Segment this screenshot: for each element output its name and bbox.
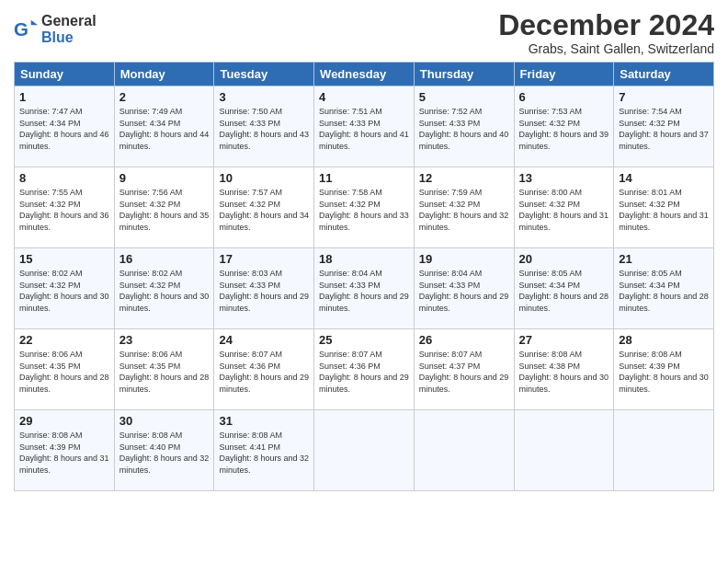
day-number: 16	[119, 252, 210, 266]
calendar-day-cell: 2Sunrise: 7:49 AMSunset: 4:34 PMDaylight…	[114, 86, 214, 167]
calendar-day-cell: 31Sunrise: 8:08 AMSunset: 4:41 PMDayligh…	[214, 410, 314, 491]
calendar-day-cell: 23Sunrise: 8:06 AMSunset: 4:35 PMDayligh…	[114, 329, 214, 410]
calendar-day-cell: 29Sunrise: 8:08 AMSunset: 4:39 PMDayligh…	[15, 410, 115, 491]
day-number: 22	[19, 333, 109, 347]
calendar-day-cell: 17Sunrise: 8:03 AMSunset: 4:33 PMDayligh…	[214, 248, 314, 329]
header: G General Blue December 2024 Grabs, Sain…	[14, 9, 714, 56]
day-detail: Sunrise: 7:52 AMSunset: 4:33 PMDaylight:…	[419, 107, 509, 151]
day-detail: Sunrise: 7:47 AMSunset: 4:34 PMDaylight:…	[19, 107, 109, 151]
calendar-day-cell: 15Sunrise: 8:02 AMSunset: 4:32 PMDayligh…	[15, 248, 115, 329]
calendar-day-cell	[514, 410, 614, 491]
day-number: 11	[319, 171, 409, 185]
day-number: 18	[319, 252, 409, 266]
day-number: 24	[219, 333, 309, 347]
weekday-header-cell: Wednesday	[314, 63, 415, 86]
day-detail: Sunrise: 8:06 AMSunset: 4:35 PMDaylight:…	[19, 350, 109, 394]
weekday-header-row: SundayMondayTuesdayWednesdayThursdayFrid…	[15, 63, 714, 86]
calendar-day-cell: 4Sunrise: 7:51 AMSunset: 4:33 PMDaylight…	[314, 86, 415, 167]
calendar-day-cell: 27Sunrise: 8:08 AMSunset: 4:38 PMDayligh…	[514, 329, 614, 410]
logo-general-label: General	[41, 13, 97, 29]
day-number: 19	[419, 252, 509, 266]
location-subtitle: Grabs, Saint Gallen, Switzerland	[498, 41, 714, 56]
day-detail: Sunrise: 8:07 AMSunset: 4:37 PMDaylight:…	[419, 350, 509, 394]
day-detail: Sunrise: 8:08 AMSunset: 4:39 PMDaylight:…	[619, 350, 709, 394]
svg-marker-1	[31, 19, 38, 25]
logo: G General Blue	[14, 13, 97, 45]
calendar-day-cell: 10Sunrise: 7:57 AMSunset: 4:32 PMDayligh…	[214, 167, 314, 248]
day-detail: Sunrise: 7:56 AMSunset: 4:32 PMDaylight:…	[119, 188, 210, 232]
month-title: December 2024	[498, 9, 714, 41]
calendar-week-row: 29Sunrise: 8:08 AMSunset: 4:39 PMDayligh…	[15, 410, 714, 491]
day-detail: Sunrise: 7:51 AMSunset: 4:33 PMDaylight:…	[319, 107, 409, 151]
day-number: 6	[519, 90, 609, 104]
calendar-day-cell: 7Sunrise: 7:54 AMSunset: 4:32 PMDaylight…	[614, 86, 714, 167]
day-detail: Sunrise: 8:01 AMSunset: 4:32 PMDaylight:…	[619, 188, 709, 232]
calendar-day-cell: 6Sunrise: 7:53 AMSunset: 4:32 PMDaylight…	[514, 86, 614, 167]
calendar-week-row: 15Sunrise: 8:02 AMSunset: 4:32 PMDayligh…	[15, 248, 714, 329]
weekday-header-cell: Monday	[114, 63, 214, 86]
day-number: 4	[319, 90, 409, 104]
day-detail: Sunrise: 7:54 AMSunset: 4:32 PMDaylight:…	[619, 107, 709, 151]
calendar-day-cell: 8Sunrise: 7:55 AMSunset: 4:32 PMDaylight…	[15, 167, 115, 248]
day-detail: Sunrise: 7:53 AMSunset: 4:32 PMDaylight:…	[519, 107, 609, 151]
day-number: 28	[619, 333, 709, 347]
weekday-header-cell: Saturday	[614, 63, 714, 86]
calendar-day-cell: 14Sunrise: 8:01 AMSunset: 4:32 PMDayligh…	[614, 167, 714, 248]
day-number: 10	[219, 171, 309, 185]
day-detail: Sunrise: 7:49 AMSunset: 4:34 PMDaylight:…	[119, 107, 210, 151]
day-number: 1	[19, 90, 109, 104]
calendar-table: SundayMondayTuesdayWednesdayThursdayFrid…	[14, 62, 714, 491]
day-number: 21	[619, 252, 709, 266]
calendar-day-cell: 22Sunrise: 8:06 AMSunset: 4:35 PMDayligh…	[15, 329, 115, 410]
day-detail: Sunrise: 7:50 AMSunset: 4:33 PMDaylight:…	[219, 107, 309, 151]
calendar-week-row: 22Sunrise: 8:06 AMSunset: 4:35 PMDayligh…	[15, 329, 714, 410]
calendar-day-cell: 21Sunrise: 8:05 AMSunset: 4:34 PMDayligh…	[614, 248, 714, 329]
calendar-day-cell: 20Sunrise: 8:05 AMSunset: 4:34 PMDayligh…	[514, 248, 614, 329]
calendar-day-cell	[314, 410, 415, 491]
day-detail: Sunrise: 8:04 AMSunset: 4:33 PMDaylight:…	[419, 269, 509, 313]
calendar-day-cell: 30Sunrise: 8:08 AMSunset: 4:40 PMDayligh…	[114, 410, 214, 491]
calendar-day-cell	[414, 410, 514, 491]
calendar-day-cell: 16Sunrise: 8:02 AMSunset: 4:32 PMDayligh…	[114, 248, 214, 329]
day-detail: Sunrise: 7:59 AMSunset: 4:32 PMDaylight:…	[419, 188, 509, 232]
day-detail: Sunrise: 8:08 AMSunset: 4:38 PMDaylight:…	[519, 350, 609, 394]
day-detail: Sunrise: 8:05 AMSunset: 4:34 PMDaylight:…	[519, 269, 609, 313]
day-detail: Sunrise: 8:02 AMSunset: 4:32 PMDaylight:…	[19, 269, 109, 313]
calendar-day-cell: 1Sunrise: 7:47 AMSunset: 4:34 PMDaylight…	[15, 86, 115, 167]
day-detail: Sunrise: 8:03 AMSunset: 4:33 PMDaylight:…	[219, 269, 309, 313]
day-detail: Sunrise: 8:06 AMSunset: 4:35 PMDaylight:…	[119, 350, 210, 394]
calendar-day-cell: 5Sunrise: 7:52 AMSunset: 4:33 PMDaylight…	[414, 86, 514, 167]
day-number: 13	[519, 171, 609, 185]
calendar-day-cell: 13Sunrise: 8:00 AMSunset: 4:32 PMDayligh…	[514, 167, 614, 248]
day-number: 27	[519, 333, 609, 347]
day-number: 30	[119, 414, 210, 428]
day-detail: Sunrise: 8:02 AMSunset: 4:32 PMDaylight:…	[119, 269, 210, 313]
day-number: 2	[119, 90, 210, 104]
calendar-day-cell: 19Sunrise: 8:04 AMSunset: 4:33 PMDayligh…	[414, 248, 514, 329]
logo-text: General Blue	[41, 13, 97, 45]
svg-text:G: G	[14, 17, 28, 39]
logo-icon: G	[14, 17, 40, 42]
day-number: 3	[219, 90, 309, 104]
day-detail: Sunrise: 8:00 AMSunset: 4:32 PMDaylight:…	[519, 188, 609, 232]
day-number: 26	[419, 333, 509, 347]
day-number: 23	[119, 333, 210, 347]
calendar-day-cell: 12Sunrise: 7:59 AMSunset: 4:32 PMDayligh…	[414, 167, 514, 248]
calendar-week-row: 8Sunrise: 7:55 AMSunset: 4:32 PMDaylight…	[15, 167, 714, 248]
day-number: 7	[619, 90, 709, 104]
day-number: 31	[219, 414, 309, 428]
calendar-day-cell: 9Sunrise: 7:56 AMSunset: 4:32 PMDaylight…	[114, 167, 214, 248]
logo-blue-label: Blue	[41, 29, 97, 46]
weekday-header-cell: Tuesday	[214, 63, 314, 86]
day-number: 20	[519, 252, 609, 266]
day-detail: Sunrise: 8:07 AMSunset: 4:36 PMDaylight:…	[219, 350, 309, 394]
day-number: 29	[19, 414, 109, 428]
calendar-day-cell: 25Sunrise: 8:07 AMSunset: 4:36 PMDayligh…	[314, 329, 415, 410]
day-detail: Sunrise: 7:57 AMSunset: 4:32 PMDaylight:…	[219, 188, 309, 232]
day-detail: Sunrise: 8:08 AMSunset: 4:40 PMDaylight:…	[119, 431, 210, 475]
calendar-day-cell: 11Sunrise: 7:58 AMSunset: 4:32 PMDayligh…	[314, 167, 415, 248]
calendar-day-cell: 24Sunrise: 8:07 AMSunset: 4:36 PMDayligh…	[214, 329, 314, 410]
day-number: 5	[419, 90, 509, 104]
calendar-day-cell: 3Sunrise: 7:50 AMSunset: 4:33 PMDaylight…	[214, 86, 314, 167]
calendar-day-cell: 28Sunrise: 8:08 AMSunset: 4:39 PMDayligh…	[614, 329, 714, 410]
